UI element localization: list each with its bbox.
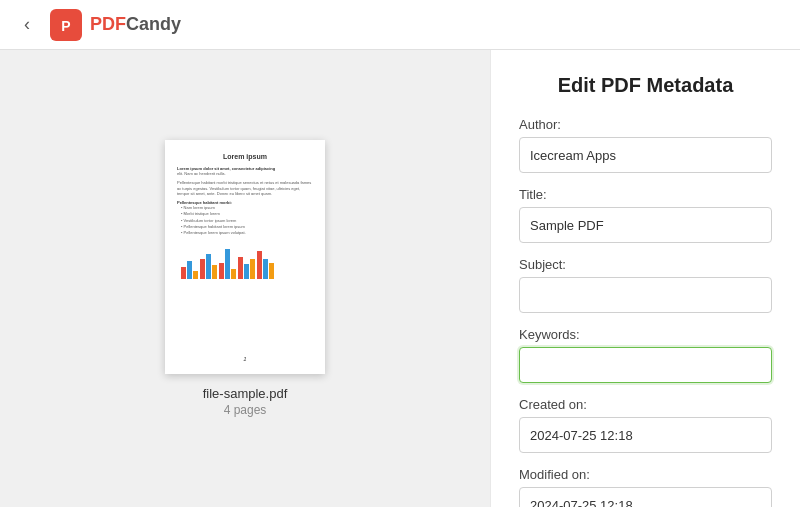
logo: P PDFCandy: [50, 9, 181, 41]
pdf-preview-title: Lorem ipsum: [177, 152, 313, 162]
left-panel: Lorem ipsum Lorem ipsum dolor sit amet, …: [0, 50, 490, 507]
pdf-line3: Pellentesque habitant morbi tristique se…: [177, 180, 313, 197]
panel-title: Edit PDF Metadata: [519, 74, 772, 97]
modified-input[interactable]: [519, 487, 772, 507]
author-input[interactable]: [519, 137, 772, 173]
file-pages: 4 pages: [203, 403, 288, 417]
pdf-list-4: • Pellentesque habitant lorem ipsum: [181, 224, 313, 230]
back-button[interactable]: ‹: [16, 10, 38, 39]
pdf-page-content: Lorem ipsum Lorem ipsum dolor sit amet, …: [177, 152, 313, 352]
svg-text:P: P: [61, 18, 70, 34]
author-group: Author:: [519, 117, 772, 173]
created-group: Created on:: [519, 397, 772, 453]
subject-group: Subject:: [519, 257, 772, 313]
author-label: Author:: [519, 117, 772, 132]
app-header: ‹ P PDFCandy: [0, 0, 800, 50]
pdf-line2: elit. Nam ac hendrerit nulla.: [177, 171, 313, 177]
pdf-preview: Lorem ipsum Lorem ipsum dolor sit amet, …: [165, 140, 325, 374]
page-number: 1: [177, 356, 313, 362]
main-layout: Lorem ipsum Lorem ipsum dolor sit amet, …: [0, 50, 800, 507]
logo-text: PDFCandy: [90, 14, 181, 35]
keywords-input[interactable]: [519, 347, 772, 383]
mini-chart: [177, 239, 313, 279]
keywords-group: Keywords:: [519, 327, 772, 383]
subject-input[interactable]: [519, 277, 772, 313]
pdf-list-2: • Morbi tristique lorem: [181, 211, 313, 217]
title-label: Title:: [519, 187, 772, 202]
pdf-list-5: • Pellentesque lorem ipsum volutpat.: [181, 230, 313, 236]
keywords-label: Keywords:: [519, 327, 772, 342]
logo-icon: P: [50, 9, 82, 41]
subject-label: Subject:: [519, 257, 772, 272]
pdf-list-1: • Nam lorem ipsum: [181, 205, 313, 211]
pdf-list-3: • Vestibulum tortor ipsum lorem: [181, 218, 313, 224]
file-info: file-sample.pdf 4 pages: [203, 386, 288, 417]
right-panel: Edit PDF Metadata Author: Title: Subject…: [490, 50, 800, 507]
modified-group: Modified on:: [519, 467, 772, 507]
file-name: file-sample.pdf: [203, 386, 288, 401]
title-group: Title:: [519, 187, 772, 243]
created-input[interactable]: [519, 417, 772, 453]
title-input[interactable]: [519, 207, 772, 243]
created-label: Created on:: [519, 397, 772, 412]
modified-label: Modified on:: [519, 467, 772, 482]
